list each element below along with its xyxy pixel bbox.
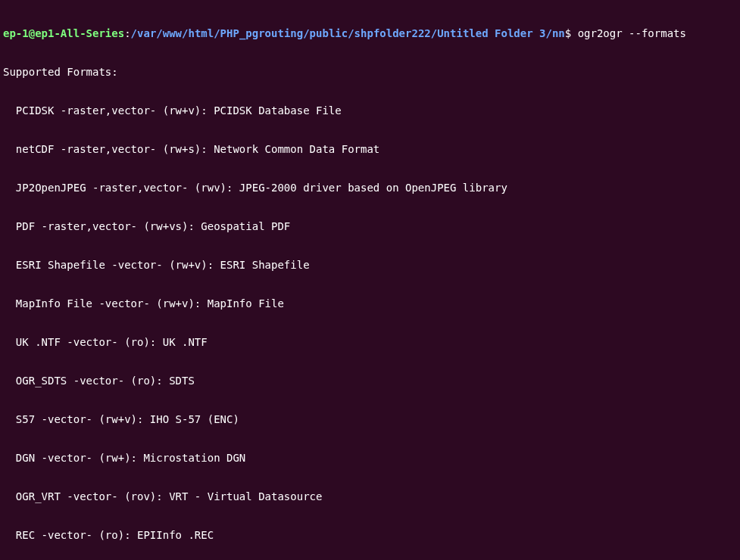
command-text: ogr2ogr --formats — [578, 27, 686, 39]
output-line: JP2OpenJPEG -raster,vector- (rwv): JPEG-… — [3, 182, 737, 194]
output-line: netCDF -raster,vector- (rw+s): Network C… — [3, 143, 737, 156]
prompt-dollar: $ — [565, 27, 571, 39]
output-line: UK .NTF -vector- (ro): UK .NTF — [3, 336, 737, 349]
prompt-colon: : — [124, 27, 130, 39]
output-line: PDF -raster,vector- (rw+vs): Geospatial … — [3, 220, 737, 233]
output-line: OGR_SDTS -vector- (ro): SDTS — [3, 375, 737, 387]
output-line: OGR_VRT -vector- (rov): VRT - Virtual Da… — [3, 490, 737, 503]
output-line: PCIDSK -raster,vector- (rw+v): PCIDSK Da… — [3, 104, 737, 117]
terminal-window[interactable]: ep-1@ep1-All-Series:/var/www/html/PHP_pg… — [0, 0, 740, 560]
prompt-line: ep-1@ep1-All-Series:/var/www/html/PHP_pg… — [3, 27, 737, 40]
output-header: Supported Formats: — [3, 66, 737, 79]
output-line: MapInfo File -vector- (rw+v): MapInfo Fi… — [3, 297, 737, 310]
output-line: ESRI Shapefile -vector- (rw+v): ESRI Sha… — [3, 259, 737, 272]
prompt-path: /var/www/html/PHP_pgrouting/public/shpfo… — [131, 27, 565, 39]
output-line: REC -vector- (ro): EPIInfo .REC — [3, 529, 737, 542]
prompt-user-host: ep-1@ep1-All-Series — [3, 27, 124, 39]
prompt-space — [571, 27, 577, 39]
output-line: DGN -vector- (rw+): Microstation DGN — [3, 452, 737, 465]
output-line: S57 -vector- (rw+v): IHO S-57 (ENC) — [3, 413, 737, 426]
